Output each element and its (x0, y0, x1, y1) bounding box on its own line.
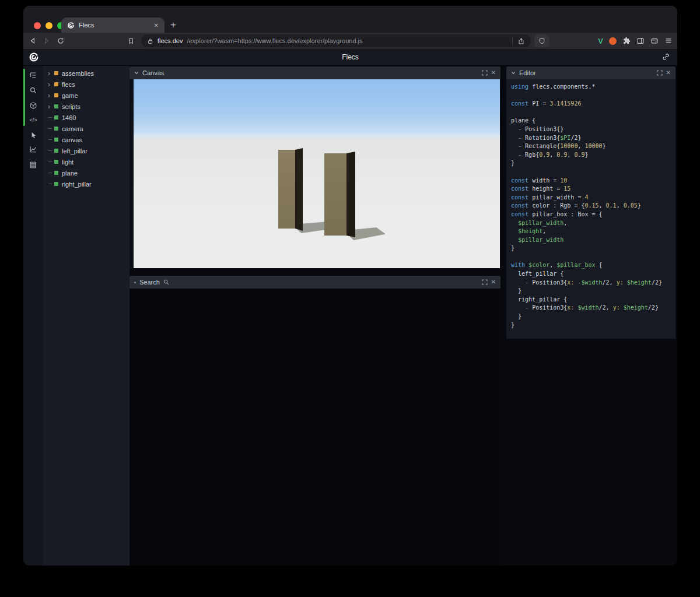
brave-shield-icon[interactable] (534, 34, 550, 47)
wallet-icon[interactable] (650, 37, 659, 45)
collapse-chevron-icon[interactable] (134, 71, 139, 75)
expand-icon[interactable] (482, 70, 488, 76)
tree-item-label: assemblies (62, 70, 94, 77)
minimize-window-button[interactable] (46, 22, 52, 29)
orange-extension-icon[interactable] (609, 37, 617, 45)
tree-connector-line (48, 128, 52, 129)
expand-icon[interactable] (482, 279, 488, 285)
editor-panel-header[interactable]: Editor ✕ (506, 66, 676, 79)
canvas-body (130, 79, 501, 269)
tree-item-left_pillar[interactable]: left_pillar (43, 145, 130, 156)
tree-item-assemblies[interactable]: ›assemblies (43, 68, 130, 79)
tree-item-label: scripts (62, 103, 80, 110)
expand-icon[interactable] (657, 70, 663, 76)
left-pillar-side (295, 148, 303, 231)
entity-tree-icon[interactable] (29, 71, 38, 80)
close-window-button[interactable] (34, 22, 41, 29)
module-square-icon (54, 71, 58, 75)
vue-extension-icon[interactable]: V (598, 37, 603, 45)
code-line (511, 168, 671, 177)
expand-chevron-icon[interactable]: › (48, 104, 50, 110)
tree-item-game[interactable]: ›game (43, 90, 130, 101)
tree-connector-line (48, 184, 52, 184)
expand-chevron-icon[interactable]: › (48, 71, 50, 76)
code-line: const height = 15 (511, 185, 671, 194)
entity-square-icon (54, 115, 58, 120)
search-icon[interactable] (29, 86, 38, 95)
code-line: - Position3{x: $width/2, y: $height/2} (511, 304, 671, 312)
browser-toolbar: flecs.dev/explorer/?wasm=https://www.fle… (23, 33, 677, 49)
collapse-chevron-icon[interactable] (511, 71, 516, 75)
module-square-icon (54, 82, 58, 86)
code-line: } (511, 287, 671, 296)
entity-square-icon (54, 171, 58, 175)
tree-item-canvas[interactable]: canvas (43, 134, 130, 145)
code-line: const width = 10 (511, 177, 671, 185)
search-panel-header[interactable]: Search ✕ (130, 276, 501, 289)
reload-icon[interactable] (56, 36, 65, 45)
sidebar-icon[interactable] (636, 37, 645, 45)
code-line: left_pillar { (511, 270, 671, 279)
tab-strip: Flecs ✕ + (23, 6, 677, 33)
tree-item-camera[interactable]: camera (43, 123, 130, 134)
tree-item-flecs[interactable]: ›flecs (43, 79, 130, 90)
tree-connector-line (48, 139, 52, 140)
browser-window: Flecs ✕ + flecs.dev/explorer/?wasm=https… (23, 6, 677, 566)
back-icon[interactable] (28, 36, 37, 45)
tree-item-label: canvas (62, 136, 82, 143)
rows-icon[interactable] (29, 160, 38, 170)
tab-close-icon[interactable]: ✕ (154, 22, 159, 29)
bookmark-icon[interactable] (126, 36, 135, 45)
close-icon[interactable]: ✕ (666, 70, 671, 76)
left-pillar-front (278, 150, 295, 229)
close-icon[interactable]: ✕ (491, 279, 496, 285)
tree-item-label: flecs (62, 81, 75, 88)
code-line: using flecs.components.* (511, 83, 671, 92)
code-icon[interactable]: </> (29, 115, 38, 125)
expand-chevron-icon[interactable]: › (48, 93, 50, 99)
extensions-puzzle-icon[interactable] (622, 37, 631, 45)
3d-viewport[interactable] (134, 79, 500, 268)
stats-chart-icon[interactable] (29, 145, 38, 154)
code-line: $pillar_width (511, 236, 671, 245)
menu-icon[interactable] (664, 37, 673, 45)
code-line: const pillar_box : Box = { (511, 210, 671, 219)
tree-item-light[interactable]: light (43, 156, 130, 167)
tree-item-right_pillar[interactable]: right_pillar (43, 178, 130, 189)
tree-item-1460[interactable]: 1460 (43, 112, 130, 123)
canvas-panel-header[interactable]: Canvas ✕ (130, 66, 501, 79)
panel-title: Canvas (142, 69, 164, 76)
traffic-lights (34, 22, 64, 29)
address-bar[interactable]: flecs.dev/explorer/?wasm=https://www.fle… (141, 34, 531, 47)
tree-item-label: camera (62, 125, 83, 132)
code-line: - Rgb{0.9, 0.9, 0.9} (511, 151, 671, 160)
entity-square-icon (54, 182, 58, 186)
magnifier-icon (163, 279, 169, 285)
search-panel: Search ✕ (130, 276, 501, 566)
code-line: - Position3{} (511, 125, 671, 134)
code-line: const color : Rgb = {0.15, 0.1, 0.05} (511, 202, 671, 210)
tree-item-plane[interactable]: plane (43, 167, 130, 178)
tab-title: Flecs (79, 22, 150, 29)
browser-tab[interactable]: Flecs ✕ (61, 17, 164, 33)
expand-chevron-icon[interactable]: › (48, 82, 50, 87)
tree-connector-line (48, 117, 52, 118)
cursor-icon[interactable] (29, 130, 38, 139)
cube-icon[interactable] (29, 101, 38, 110)
lock-icon (147, 38, 153, 44)
tree-connector-line (48, 150, 52, 151)
code-line: plane { (511, 117, 671, 125)
code-line: with $color, $pillar_box { (511, 261, 671, 270)
editor-code[interactable]: using flecs.components.* const PI = 3.14… (506, 79, 676, 339)
page-title: Flecs (23, 49, 677, 66)
tree-item-scripts[interactable]: ›scripts (43, 101, 130, 112)
entity-square-icon (54, 160, 58, 164)
close-icon[interactable]: ✕ (491, 70, 496, 76)
code-line (511, 92, 671, 100)
new-tab-button[interactable]: + (170, 18, 176, 32)
code-line: $height, (511, 227, 671, 236)
share-icon[interactable] (512, 37, 525, 45)
app-header: Flecs (23, 49, 677, 66)
link-icon[interactable] (662, 52, 670, 61)
entity-square-icon (54, 149, 58, 153)
